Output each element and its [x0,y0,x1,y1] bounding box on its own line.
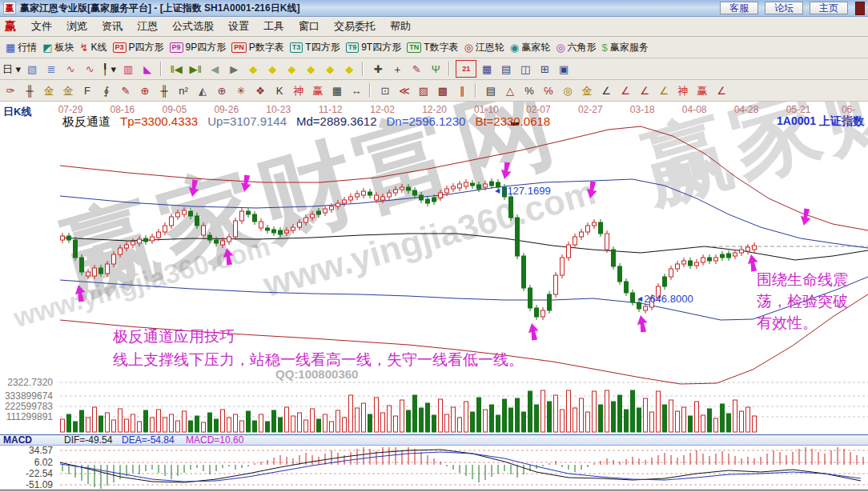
tool-icon[interactable]: ▣ [555,61,573,77]
tool-icon[interactable]: ▩ [434,82,452,98]
tool-icon[interactable]: ✎ [117,82,135,98]
menu-item[interactable]: 交易委托 [327,19,383,34]
tool-icon[interactable]: ▤ [497,61,515,77]
tool-icon[interactable]: ✎ [408,61,425,77]
tool-icon[interactable]: 金 [40,82,58,98]
toolbar-button[interactable]: ◎六角形 [556,41,596,54]
tool-icon[interactable]: ◆ [340,61,358,77]
tool-icon[interactable]: ◀ [206,61,223,77]
tool-icon[interactable]: ∿ [81,61,98,77]
menu-item[interactable]: 帮助 [383,19,418,34]
tool-icon[interactable]: ◆ [283,61,300,77]
toolbar-button[interactable]: ◉赢家轮 [510,41,550,54]
toolbar-button[interactable]: P3P四方形 [113,41,164,54]
tool-icon[interactable]: ∮ [98,82,115,98]
tool-icon[interactable]: n² [175,82,192,98]
tool-icon[interactable]: ▶‖ [187,61,204,77]
toolbar-button[interactable]: T3T四方形 [290,41,340,54]
tool-icon[interactable]: % [520,82,538,98]
home-button[interactable]: 主页 [810,2,848,14]
tool-icon[interactable]: 金 [578,82,596,98]
toolbar-button[interactable]: ◎江恩轮 [464,41,504,54]
tool-icon[interactable]: ✑ [2,82,19,98]
tool-icon[interactable]: ↔ [348,82,365,98]
toolbar-button-label: 9T四方形 [361,41,401,54]
toolbar-button[interactable]: ◩板块 [42,41,74,54]
macd-panel-bar[interactable]: MACD DIF=-49.54 DEA=-54.84 MACD=10.60 [0,434,868,446]
tool-icon[interactable]: ▦ [478,61,496,77]
toolbar-button[interactable]: ▦行情 [6,41,37,54]
tool-icon[interactable]: ∠ [713,82,730,98]
tool-icon[interactable]: ▶ [225,61,243,77]
menu-item[interactable]: 文件 [24,19,59,34]
tool-icon[interactable]: ∠ [655,82,673,98]
T数字表-icon: TN [407,42,421,53]
toolbar-button[interactable]: PNP数字表 [231,41,284,54]
tool-icon[interactable]: ✳ [232,82,250,98]
tool-icon[interactable]: 21 [456,60,476,78]
tool-icon[interactable]: 赢 [309,82,327,98]
tool-icon[interactable]: ◎ [559,82,577,98]
tool-icon[interactable]: ＋ [388,61,406,77]
P四方形-icon: P3 [113,42,127,53]
tool-icon[interactable]: ◣ [139,61,156,77]
tool-icon[interactable]: 神 [674,82,692,98]
tool-icon[interactable]: ℅ [540,82,557,98]
tool-icon[interactable]: ∿ [62,61,79,77]
tool-icon[interactable]: ≣ [42,61,60,77]
menu-item[interactable]: 公式选股 [165,19,221,34]
tool-icon[interactable]: ✚ [369,61,387,77]
tool-icon[interactable]: ≪ [396,82,413,98]
tool-icon[interactable]: F [78,82,96,98]
toolbar-button[interactable]: ↯K线 [80,41,107,54]
tool-icon[interactable]: ∠ [597,82,615,98]
tool-icon[interactable]: K [271,82,288,98]
tool-icon[interactable]: Ψ [427,61,444,77]
menu-item[interactable]: 设置 [221,19,256,34]
date-tick-label: 02-07 [526,104,551,115]
tool-icon[interactable]: △ [501,82,519,98]
toolbar-button[interactable]: P99P四方形 [170,41,227,54]
tool-icon[interactable]: 金 [59,82,77,98]
menu-item[interactable]: 浏览 [59,19,94,34]
tool-icon[interactable]: ▧ [23,61,41,77]
tool-icon[interactable]: ◫ [516,61,534,77]
menu-item[interactable]: 江恩 [130,19,165,34]
tool-icon[interactable]: ◭ [194,82,211,98]
tool-icon[interactable]: 神 [290,82,307,98]
tool-icon[interactable]: ◆ [263,61,281,77]
tool-icon[interactable]: ∠ [617,82,634,98]
menu-item[interactable]: 窗口 [291,19,327,34]
tool-icon[interactable]: ∠ [636,82,653,98]
tool-icon[interactable]: ⊕ [136,82,154,98]
tool-icon[interactable]: ╿ ▾ [100,61,118,77]
tool-icon[interactable]: ‖◀ [167,61,185,77]
toolbar-button[interactable]: T99T四方形 [346,41,402,54]
tool-icon[interactable]: ❖ [251,82,269,98]
toolbar-button[interactable]: $赢家服务 [602,41,649,54]
tool-icon[interactable]: ⊡ [376,82,394,98]
tool-icon[interactable]: ∥ [453,82,471,98]
kline-chart-canvas[interactable] [0,102,868,492]
tool-icon[interactable]: ╫ [155,82,173,98]
menu-item[interactable]: 资讯 [94,19,130,34]
date-tick-label: 01-10 [474,104,499,115]
tool-icon[interactable]: ╫ [21,82,38,98]
tool-icon[interactable]: ◆ [321,61,339,77]
tool-icon[interactable]: ▥ [119,61,137,77]
menu-item[interactable]: 工具 [256,19,291,34]
tool-icon[interactable]: ⊕ [213,82,231,98]
tool-icon[interactable]: 日 ▾ [2,61,22,77]
app-logo-icon: 赢 [3,2,16,14]
tool-icon[interactable]: ◆ [244,61,262,77]
support-button[interactable]: 客服 [720,2,758,14]
tool-icon[interactable]: ◆ [302,61,319,77]
toolbar-button[interactable]: TNT数字表 [407,41,458,54]
forum-button[interactable]: 论坛 [765,2,803,14]
tool-icon[interactable]: ▤ [482,82,500,98]
tool-icon[interactable]: 赢 [693,82,711,98]
tool-icon[interactable]: ▨ [415,82,432,98]
T四方形-icon: T3 [290,42,303,53]
tool-icon[interactable]: ▦ [328,82,346,98]
tool-icon[interactable]: ⊞ [536,61,553,77]
